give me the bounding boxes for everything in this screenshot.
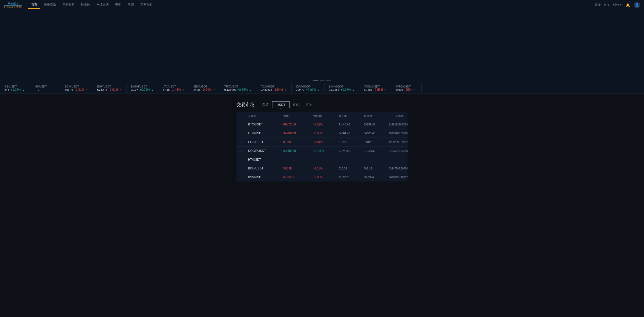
ticker-item[interactable]: WTC/USDT 0.006 -25%: [391, 83, 422, 93]
nav-item-home[interactable]: 首页: [28, 1, 40, 9]
ticker-row: 8.7486 -0.55%: [364, 88, 387, 92]
chevron-down-icon: ▾: [608, 3, 609, 7]
nav-links: 首页 币币交易 期权交易 秒合约 永续合约 申购 学院 联系我们: [28, 1, 594, 9]
ticker-row: 87.16 -1.44%: [163, 88, 184, 92]
wallet-button[interactable]: 钱包 ▾: [613, 3, 622, 7]
nav-item-academy[interactable]: 学院: [125, 1, 137, 9]
change: -0.22%: [313, 123, 339, 126]
high-price: 528.34: [339, 167, 364, 170]
ticker-price: 87.16: [163, 88, 170, 91]
ticker-change: +1.35%: [11, 88, 21, 92]
ticker-item[interactable]: ADA/USDT 0.489828 -1.54%: [256, 83, 292, 93]
volume: 64635646.32219529: [389, 150, 408, 152]
nav-item-contact[interactable]: 联系我们: [137, 1, 155, 9]
logo-bottom: $ ANALYTICS: [4, 6, 22, 8]
low-price: 501.12: [364, 167, 389, 170]
star-icon[interactable]: ☆: [240, 167, 248, 170]
ticker-item[interactable]: GE/USDT 843 +1.35%: [0, 83, 30, 93]
price: 0.8558: [283, 140, 313, 144]
low-price: 0.8426: [364, 141, 389, 144]
ticker-item[interactable]: DASH/USDT 30.97 +0.71%: [127, 83, 158, 93]
market-title: 交易市场: [236, 102, 255, 108]
high-price: 0.8883: [339, 141, 364, 144]
tab-btc[interactable]: BTC: [291, 102, 302, 108]
tab-favorites[interactable]: 自选: [260, 101, 271, 108]
table-row[interactable]: ☆ BTC/USDT 69672.54 -0.22% 71440.66 6915…: [236, 120, 408, 129]
ticker-row: 0.489828 -1.54%: [261, 88, 287, 92]
market-header: 交易市场 自选 USDT BTC ETH: [236, 101, 408, 108]
star-icon[interactable]: ☆: [240, 158, 248, 161]
table-body: ☆ BTC/USDT 69672.54 -0.22% 71440.66 6915…: [236, 120, 408, 182]
star-icon[interactable]: ☆: [240, 149, 248, 153]
ticker-price: 8.7486: [364, 88, 372, 91]
nav-item-subscribe[interactable]: 申购: [112, 1, 124, 9]
price: 67.8569: [283, 175, 313, 179]
lang-button[interactable]: 简体中文 ▾: [594, 3, 609, 7]
nav-item-perpetual[interactable]: 永续合约: [94, 1, 112, 9]
pair-name: BSV/USDT: [248, 175, 283, 179]
ticker-change: +0.68%: [341, 88, 351, 92]
ticker-item[interactable]: ATOM/USDT 8.7486 -0.55%: [359, 83, 392, 93]
ticker-row: 843 +1.35%: [5, 88, 25, 92]
ticker-price: 67.8873: [97, 88, 107, 91]
ticker-item[interactable]: IOTA/USDT 0.2479 +0.89%: [292, 83, 325, 93]
nav-item-seconds[interactable]: 秒合约: [78, 1, 93, 9]
tab-eth[interactable]: ETH: [303, 102, 315, 108]
logo-divider: [4, 5, 22, 6]
ticker-change: +0.35%: [237, 88, 248, 92]
col-price: 价格: [283, 114, 313, 118]
star-icon[interactable]: ☆: [240, 131, 248, 135]
nav-item-options[interactable]: 期权交易: [59, 1, 77, 9]
volume: 229919338.50064993: [389, 123, 408, 126]
ticker-price: 0.2479: [296, 88, 305, 91]
nav-right: 简体中文 ▾ 钱包 ▾ 🔔 👤: [594, 2, 640, 8]
col-high: 最高价: [339, 114, 364, 118]
table-row[interactable]: ☆ HT/USDT: [236, 155, 408, 164]
ticker-item[interactable]: HT/USDT: [30, 83, 60, 93]
change: -0.08%: [313, 131, 339, 135]
up-arrow-icon: [22, 88, 24, 92]
ticker-row: 0.2479 +0.89%: [296, 88, 320, 92]
ticker-change: -1.44%: [171, 88, 181, 92]
ticker-item[interactable]: BCH/USDT 506.75 -2.21%: [60, 83, 93, 93]
col-low: 最低价: [364, 114, 389, 118]
banner-dot-1[interactable]: [313, 80, 318, 80]
ticker-row: 0.006 -25%: [396, 88, 417, 92]
ticker-price: 506.75: [65, 88, 73, 91]
ticker-inner: GE/USDT 843 +1.35% HT/USDT BCH/USDT 506.…: [0, 83, 422, 93]
logo[interactable]: MooDy $ ANALYTICS: [4, 2, 22, 8]
change: -2.06%: [313, 175, 339, 179]
ticker-pair: LTC/USDT: [163, 85, 184, 88]
ticker-item[interactable]: ZEC/USDT 24.26 -0.04%: [189, 83, 220, 93]
table-row[interactable]: ☆ BSV/USDT 67.8569 -2.06% 71.0877 66.635…: [236, 173, 408, 182]
star-icon[interactable]: ☆: [240, 175, 248, 179]
ticker-pair: ZEC/USDT: [193, 85, 215, 88]
banner-dot-3[interactable]: [326, 80, 331, 80]
ticker-pair: BCH/USDT: [65, 85, 88, 88]
ticker-change: +0.71%: [140, 88, 150, 92]
ticker-item[interactable]: TRX/USDT 0.123486 +0.35%: [220, 83, 256, 93]
tab-usdt[interactable]: USDT: [272, 101, 290, 108]
ticker-item[interactable]: BSV/USDT 67.8873 -2.01%: [93, 83, 127, 93]
nav-item-spot[interactable]: 币币交易: [41, 1, 59, 9]
bell-icon[interactable]: 🔔: [626, 3, 630, 7]
table-row[interactable]: ☆ ETH/USDT 34788.99 -0.08% 34881.43 3468…: [236, 129, 408, 138]
star-icon[interactable]: ☆: [240, 123, 248, 126]
avatar[interactable]: 👤: [634, 2, 640, 8]
ticker-price: 843: [5, 88, 9, 91]
star-icon[interactable]: ☆: [240, 140, 248, 144]
banner-dot-2[interactable]: [319, 80, 325, 80]
ticker-pair: GE/USDT: [5, 85, 25, 88]
col-volume: 交易量: [389, 114, 404, 118]
high-price: 34881.43: [339, 132, 364, 135]
table-row[interactable]: ☆ DOGE/USDT 0.168325 +1.29% 0.174595 0.1…: [236, 147, 408, 155]
ticker-row: 67.8873 -2.01%: [97, 88, 122, 92]
table-row[interactable]: ☆ EOS/USDT 0.8558 -1.04% 0.8883 0.8426 1…: [236, 138, 408, 147]
high-price: 71440.66: [339, 123, 364, 126]
ticker-item[interactable]: LTC/USDT 87.16 -1.44%: [158, 83, 189, 93]
table-row[interactable]: ☆ BCH/USDT 506.93 -2.18% 528.34 501.12 2…: [236, 164, 408, 173]
ticker-price: 30.97: [131, 88, 138, 91]
ticker-item[interactable]: LINK/USDT 16.7254 +0.68%: [325, 83, 359, 93]
ticker-pair: LINK/USDT: [329, 85, 354, 88]
price: 0.168325: [283, 149, 313, 153]
